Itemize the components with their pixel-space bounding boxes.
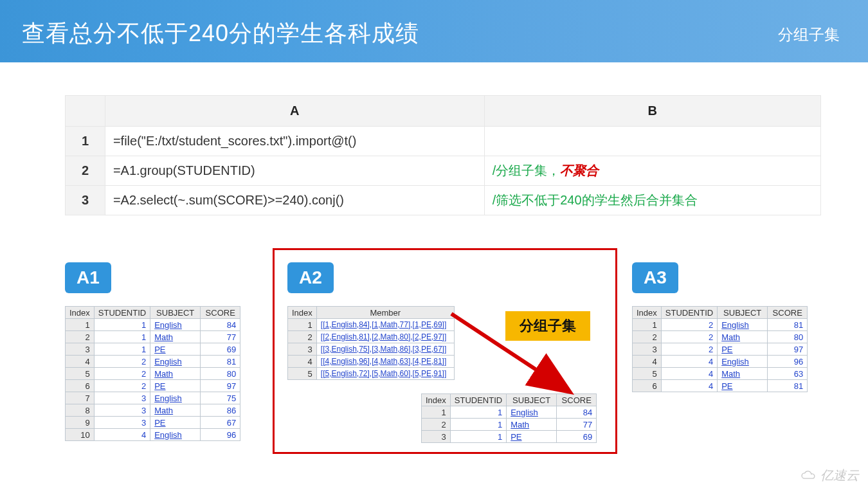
col-header: Index: [288, 307, 317, 319]
table-row: 32PE97: [633, 343, 808, 356]
code-col-b: B: [484, 96, 820, 127]
table-row: 83Math86: [66, 404, 240, 417]
badge-a1: A1: [65, 262, 111, 293]
table-row: 1[[1,English,84],[1,Math,77],[1,PE,69]]: [288, 319, 455, 331]
code-corner: [66, 96, 105, 127]
table-row: 5[[5,English,72],[5,Math,60],[5,PE,91]]: [288, 368, 455, 380]
code-table: A B 1=file("E:/txt/student_scores.txt").…: [65, 95, 821, 215]
table-row: 31PE69: [66, 343, 240, 356]
col-header: STUDENTID: [450, 394, 506, 406]
code-rownum: 1: [66, 127, 105, 156]
watermark-text: 亿速云: [820, 467, 859, 484]
col-header: SCORE: [201, 307, 240, 319]
table-row: 11English84: [66, 319, 240, 331]
a2-sub-table: IndexSTUDENTIDSUBJECTSCORE 11English8421…: [421, 393, 597, 443]
code-col-a: A: [105, 96, 484, 127]
code-rownum: 3: [66, 186, 105, 215]
code-rownum: 2: [66, 156, 105, 186]
table-row: 54Math63: [633, 368, 808, 380]
table-row: 93PE67: [66, 417, 240, 429]
group-subset-label: 分组子集: [505, 311, 590, 341]
col-header: Index: [422, 394, 451, 406]
code-cell-a: =A2.select(~.sum(SCORE)>=240).conj(): [105, 186, 484, 215]
col-header: SUBJECT: [507, 394, 557, 406]
table-row: 64PE81: [633, 380, 808, 392]
table-row: 2[[2,English,81],[2,Math,80],[2,PE,97]]: [288, 331, 455, 343]
table-row: 73English75: [66, 392, 240, 404]
col-header: Member: [316, 307, 454, 319]
table-row: 104English96: [66, 429, 240, 441]
code-cell-b: /筛选不低于240的学生然后合并集合: [484, 186, 820, 215]
table-row: 22Math80: [633, 331, 808, 343]
slide-tag: 分组子集: [778, 24, 840, 45]
table-row: 21Math77: [66, 331, 240, 343]
code-cell-a: =A1.group(STUDENTID): [105, 156, 484, 186]
a2-member-table: IndexMember 1[[1,English,84],[1,Math,77]…: [287, 306, 455, 380]
table-row: 21Math77: [422, 419, 597, 431]
a3-table: IndexSTUDENTIDSUBJECTSCORE 12English8122…: [632, 306, 808, 392]
cloud-icon: [800, 470, 817, 482]
col-header: SCORE: [768, 307, 808, 319]
table-row: 4[[4,English,96],[4,Math,63],[4,PE,81]]: [288, 356, 455, 368]
col-header: SUBJECT: [150, 307, 201, 319]
col-header: STUDENTID: [94, 307, 150, 319]
col-header: Index: [66, 307, 95, 319]
col-header: SCORE: [557, 394, 597, 406]
slide-header: 查看总分不低于240分的学生各科成绩 分组子集: [0, 0, 868, 62]
col-header: SUBJECT: [718, 307, 768, 319]
badge-a3: A3: [632, 262, 678, 293]
table-row: 11English84: [422, 406, 597, 419]
table-row: 44English96: [633, 356, 808, 368]
code-cell-a: =file("E:/txt/student_scores.txt").impor…: [105, 127, 484, 156]
col-header: Index: [633, 307, 662, 319]
watermark: 亿速云: [800, 467, 859, 484]
a1-table: IndexSTUDENTIDSUBJECTSCORE 11English8421…: [65, 306, 240, 441]
table-row: 52Math80: [66, 368, 240, 380]
table-row: 3[[3,English,75],[3,Math,86],[3,PE,67]]: [288, 343, 455, 356]
table-row: 12English81: [633, 319, 808, 331]
col-header: STUDENTID: [661, 307, 717, 319]
code-cell-b: [484, 127, 820, 156]
table-row: 42English81: [66, 356, 240, 368]
slide: 查看总分不低于240分的学生各科成绩 分组子集 A B 1=file("E:/t…: [0, 0, 868, 488]
code-cell-b: /分组子集，不聚合: [484, 156, 820, 186]
slide-title: 查看总分不低于240分的学生各科成绩: [22, 18, 419, 50]
table-row: 62PE97: [66, 380, 240, 392]
badge-a2: A2: [287, 262, 334, 293]
table-row: 31PE69: [422, 431, 597, 443]
